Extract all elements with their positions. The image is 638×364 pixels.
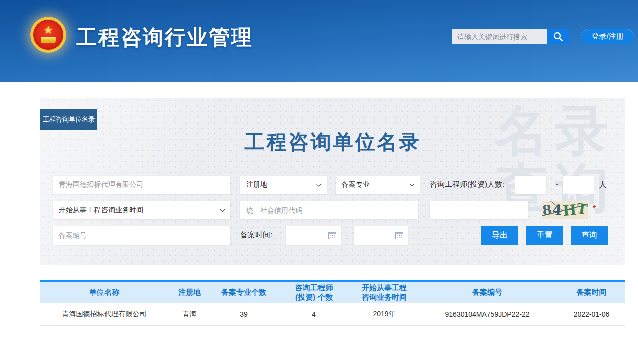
captcha-char: T xyxy=(576,201,588,218)
table-cell: 2022-01-06 xyxy=(558,310,625,318)
column-header: 咨询工程师 (投资) 个数 xyxy=(276,282,352,303)
login-register-button[interactable]: 登录/注册 xyxy=(581,29,634,44)
captcha-char: 4 xyxy=(552,201,563,219)
search-icon xyxy=(553,31,563,42)
required-asterisk: * xyxy=(593,204,596,213)
search-panel: 名录 查询 工程咨询单位名录 工程咨询单位名录 注册地 备案专业 咨询工程师(投… xyxy=(40,98,625,265)
captcha-char: H xyxy=(562,201,577,219)
table-header-row: 单位名称注册地备案专业个数咨询工程师 (投资) 个数开始从事工程 咨询业务时间备… xyxy=(40,282,625,303)
table-cell: 2019年 xyxy=(352,310,417,319)
column-header: 注册地 xyxy=(168,282,211,303)
region-select[interactable]: 注册地 xyxy=(240,176,327,194)
calendar-icon xyxy=(328,232,336,239)
person-unit-label: 人 xyxy=(599,180,607,190)
site-header: ★ 工程咨询行业管理 登录/注册 xyxy=(0,0,638,82)
captcha-char: 8 xyxy=(542,202,553,218)
calendar-icon xyxy=(395,232,403,239)
record-time-end-input[interactable] xyxy=(354,226,408,245)
emblem-gate-icon xyxy=(41,37,56,42)
date-separator: - xyxy=(345,230,348,239)
search-button[interactable] xyxy=(547,29,569,44)
table-cell: 39 xyxy=(211,310,276,318)
table-body: 青海国德招标代理有限公司青海3942019年91630104MA759JDP22… xyxy=(40,303,625,326)
column-header: 备案专业个数 xyxy=(211,282,276,303)
specialty-select[interactable]: 备案专业 xyxy=(336,176,420,194)
record-number-input[interactable] xyxy=(53,226,230,245)
column-header: 开始从事工程 咨询业务时间 xyxy=(352,282,417,303)
header-search-input[interactable] xyxy=(452,29,547,44)
chevron-down-icon xyxy=(220,207,225,212)
column-header: 备案编号 xyxy=(417,282,558,303)
reset-button[interactable]: 重置 xyxy=(526,226,563,245)
page: ★ 工程咨询行业管理 登录/注册 名录 查询 工程咨询单位名录 工程咨询单位名录… xyxy=(0,0,638,364)
table-row[interactable]: 青海国德招标代理有限公司青海3942019年91630104MA759JDP22… xyxy=(40,303,625,326)
engineer-count-min-input[interactable] xyxy=(515,176,546,194)
engineer-count-max-input[interactable] xyxy=(563,176,594,194)
query-button[interactable]: 查询 xyxy=(571,226,608,245)
credit-code-input[interactable] xyxy=(240,201,418,219)
column-header: 单位名称 xyxy=(40,282,168,303)
company-name-input[interactable] xyxy=(53,176,230,194)
chevron-down-icon xyxy=(316,182,322,187)
start-time-select-value: 开始从事工程咨询业务时间 xyxy=(59,206,143,215)
emblem-star-icon: ★ xyxy=(43,25,53,35)
specialty-select-value: 备案专业 xyxy=(342,180,370,189)
column-header: 备案时间 xyxy=(558,282,625,303)
tab-unit-directory[interactable]: 工程咨询单位名录 xyxy=(40,109,97,130)
record-time-start-input[interactable] xyxy=(286,226,341,245)
watermark-text: 名录 查询 xyxy=(495,102,615,216)
captcha-image[interactable]: 84HT xyxy=(542,201,588,219)
engineer-count-label: 咨询工程师(投资)人数: xyxy=(430,180,504,189)
table-cell: 青海国德招标代理有限公司 xyxy=(40,310,168,319)
record-time-label: 备案时间: xyxy=(240,230,272,240)
chevron-down-icon xyxy=(410,182,415,187)
range-separator: - xyxy=(556,180,558,188)
results-table: 单位名称注册地备案专业个数咨询工程师 (投资) 个数开始从事工程 咨询业务时间备… xyxy=(40,280,625,326)
table-cell: 青海 xyxy=(168,310,211,319)
national-emblem-icon: ★ xyxy=(30,17,66,53)
region-select-value: 注册地 xyxy=(246,180,267,189)
captcha-input[interactable] xyxy=(430,201,528,219)
start-time-select[interactable]: 开始从事工程咨询业务时间 xyxy=(53,201,230,219)
export-button[interactable]: 导出 xyxy=(481,226,518,245)
table-cell: 91630104MA759JDP22-22 xyxy=(417,310,558,318)
page-title: 工程咨询单位名录 xyxy=(40,128,625,156)
table-cell: 4 xyxy=(276,310,352,318)
site-title: 工程咨询行业管理 xyxy=(76,24,253,51)
